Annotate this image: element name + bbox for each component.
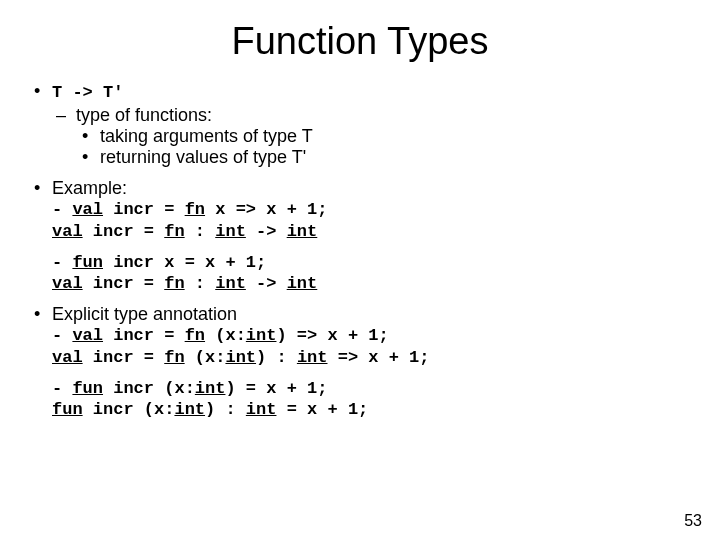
bullet-2: Example: - val incr = fn x => x + 1; val… (30, 178, 690, 294)
code-text: ) : (256, 348, 297, 367)
kw-fun: fun (72, 379, 103, 398)
bullet-1-sub-a: taking arguments of type T (76, 126, 690, 147)
kw-fn: fn (164, 274, 184, 293)
kw-val: val (52, 274, 83, 293)
code-text: incr = (83, 274, 165, 293)
page-number: 53 (684, 512, 702, 530)
kw-int: int (287, 274, 318, 293)
code-text: incr (x: (103, 379, 195, 398)
prompt-dash: - (52, 326, 72, 345)
example-label: Example: (52, 178, 127, 198)
kw-int: int (174, 400, 205, 419)
explicit-code-1: - val incr = fn (x:int) => x + 1; val in… (52, 325, 690, 368)
kw-val: val (72, 326, 103, 345)
kw-int: int (215, 222, 246, 241)
code-text: incr = (83, 348, 165, 367)
prompt-dash: - (52, 200, 72, 219)
kw-int: int (287, 222, 318, 241)
code-text: (x: (205, 326, 246, 345)
prompt-dash: - (52, 253, 72, 272)
kw-fn: fn (164, 348, 184, 367)
bullet-1: T -> T' type of functions: taking argume… (30, 81, 690, 168)
code-text: : (185, 274, 216, 293)
type-of-functions: type of functions: (76, 105, 212, 125)
code-text: -> (246, 274, 287, 293)
code-text: -> (246, 222, 287, 241)
kw-val: val (52, 222, 83, 241)
code-text: => x + 1; (327, 348, 429, 367)
type-arrow-text: T -> T' (52, 83, 123, 102)
kw-fn: fn (185, 326, 205, 345)
code-text: : (185, 222, 216, 241)
bullet-list: T -> T' type of functions: taking argume… (30, 81, 690, 420)
kw-int: int (297, 348, 328, 367)
kw-int: int (215, 274, 246, 293)
prompt-dash: - (52, 379, 72, 398)
explicit-code-2: - fun incr (x:int) = x + 1; fun incr (x:… (52, 378, 690, 421)
kw-fn: fn (185, 200, 205, 219)
bullet-1-sub: type of functions: taking arguments of t… (52, 105, 690, 168)
kw-int: int (195, 379, 226, 398)
kw-int: int (246, 400, 277, 419)
code-text: ) => x + 1; (276, 326, 388, 345)
bullet-1-sub-b: returning values of type T' (76, 147, 690, 168)
kw-fun: fun (52, 400, 83, 419)
kw-fun: fun (72, 253, 103, 272)
code-text: incr = (103, 200, 185, 219)
kw-int: int (246, 326, 277, 345)
kw-val: val (72, 200, 103, 219)
kw-val: val (52, 348, 83, 367)
example-code-1: - val incr = fn x => x + 1; val incr = f… (52, 199, 690, 242)
code-text: (x: (185, 348, 226, 367)
code-text: = x + 1; (276, 400, 368, 419)
example-code-2: - fun incr x = x + 1; val incr = fn : in… (52, 252, 690, 295)
bullet-3: Explicit type annotation - val incr = fn… (30, 304, 690, 420)
code-text: incr = (83, 222, 165, 241)
code-text: ) : (205, 400, 246, 419)
code-text: x => x + 1; (205, 200, 327, 219)
slide-title: Function Types (30, 20, 690, 63)
kw-fn: fn (164, 222, 184, 241)
kw-int: int (225, 348, 256, 367)
explicit-annotation-label: Explicit type annotation (52, 304, 237, 324)
code-text: incr = (103, 326, 185, 345)
code-text: incr (x: (83, 400, 175, 419)
code-text: ) = x + 1; (225, 379, 327, 398)
code-text: incr x = x + 1; (103, 253, 266, 272)
